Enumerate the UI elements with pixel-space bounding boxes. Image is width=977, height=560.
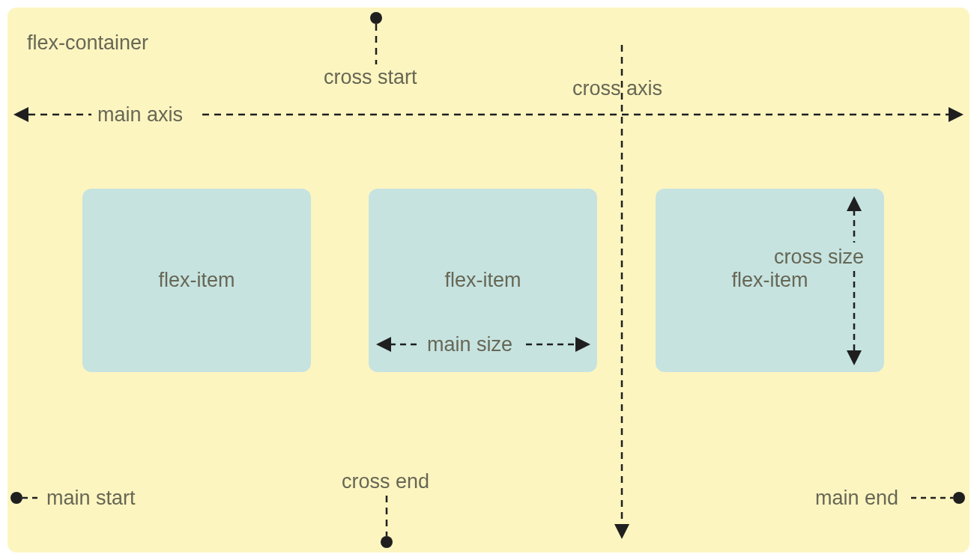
container-label: flex-container	[27, 33, 148, 53]
flexbox-diagram: flex-item flex-item flex-item flex-conta…	[0, 0, 977, 560]
cross-end-label: cross end	[342, 472, 429, 492]
cross-axis-label: cross axis	[572, 79, 662, 99]
main-start-label: main start	[46, 488, 136, 508]
cross-size-label: cross size	[774, 247, 864, 267]
flex-item-3: flex-item	[656, 189, 884, 372]
flex-item-label: flex-item	[731, 269, 808, 292]
flex-item-1: flex-item	[82, 189, 311, 372]
flex-item-label: flex-item	[444, 269, 521, 292]
flex-item-label: flex-item	[158, 269, 235, 292]
main-axis-label: main axis	[97, 105, 183, 125]
main-end-label: main end	[815, 488, 898, 508]
cross-start-label: cross start	[324, 67, 417, 88]
main-size-label: main size	[427, 335, 512, 355]
